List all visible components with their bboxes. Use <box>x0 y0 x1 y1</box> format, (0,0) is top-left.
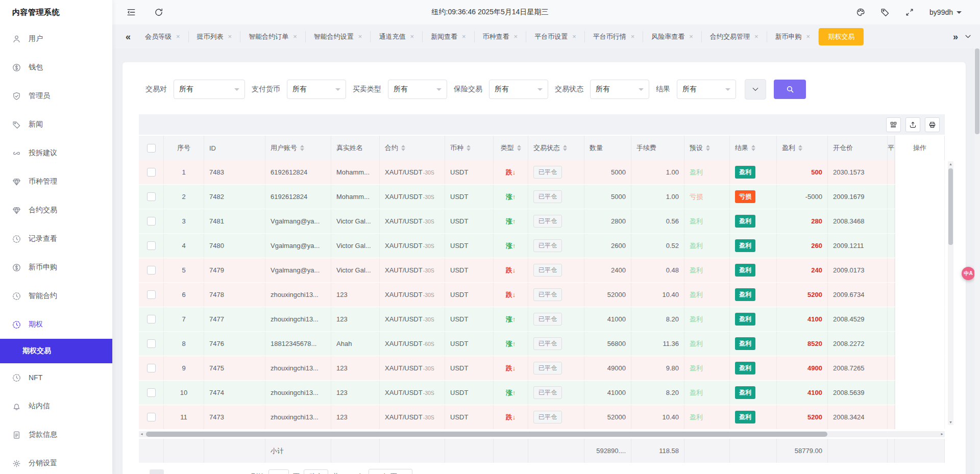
column-header-用户账号[interactable]: 用户账号 <box>265 136 331 160</box>
sort-icon[interactable] <box>563 145 567 151</box>
close-tab-icon[interactable]: × <box>462 33 466 40</box>
tag-icon[interactable] <box>880 8 890 17</box>
row-checkbox[interactable] <box>147 266 156 275</box>
column-settings-button[interactable] <box>886 117 901 132</box>
close-tab-icon[interactable]: × <box>228 33 232 40</box>
page-button-352[interactable]: 352 <box>223 469 238 474</box>
horizontal-scroll-thumb[interactable] <box>146 432 827 437</box>
sidebar-item-新闻[interactable]: 新闻 <box>0 110 112 139</box>
page-button-2[interactable]: 2 <box>168 469 182 474</box>
filter-select-交易对[interactable]: 所有 <box>174 80 245 99</box>
next-page-icon[interactable]: › <box>242 472 247 474</box>
page-scrollbar[interactable] <box>974 48 980 474</box>
scroll-down-arrow-icon[interactable]: ▼ <box>948 419 953 425</box>
row-checkbox[interactable] <box>147 241 156 250</box>
sidebar-item-NFT[interactable]: NFT <box>0 363 112 392</box>
print-button[interactable] <box>925 117 940 132</box>
collapse-filters-button[interactable] <box>745 79 766 99</box>
row-checkbox[interactable] <box>147 339 156 348</box>
close-tab-icon[interactable]: × <box>754 33 758 40</box>
column-header-预设[interactable]: 预设 <box>684 136 730 160</box>
translate-button[interactable]: 中A <box>962 267 975 280</box>
sidebar-item-投拆建议[interactable]: 投拆建议 <box>0 139 112 167</box>
scroll-left-arrow-icon[interactable]: ◂ <box>139 431 144 437</box>
close-tab-icon[interactable]: × <box>631 33 635 40</box>
export-button[interactable] <box>905 117 920 132</box>
tab-平台币行情[interactable]: 平台币行情× <box>585 31 644 42</box>
tabs-scroll-left-icon[interactable]: « <box>126 32 131 41</box>
tab-币种查看[interactable]: 币种查看× <box>475 31 527 42</box>
table-vertical-scrollbar[interactable]: ▲ ▼ <box>948 161 953 425</box>
sidebar-item-管理员[interactable]: 管理员 <box>0 82 112 110</box>
sidebar-item-用户[interactable]: 用户 <box>0 24 112 53</box>
user-menu[interactable]: by99dh <box>929 8 962 16</box>
tab-通道充值[interactable]: 通道充值× <box>371 31 423 42</box>
fullscreen-icon[interactable] <box>905 8 914 17</box>
tab-智能合约设置[interactable]: 智能合约设置× <box>306 31 371 42</box>
row-checkbox[interactable] <box>147 217 156 226</box>
row-checkbox[interactable] <box>147 192 156 201</box>
column-header-交易状态[interactable]: 交易状态 <box>528 136 584 160</box>
sidebar-item-站内信[interactable]: 站内信 <box>0 392 112 420</box>
confirm-button[interactable]: 确定 <box>304 469 328 474</box>
filter-select-支付货币[interactable]: 所有 <box>287 80 346 99</box>
sort-icon[interactable] <box>401 145 405 151</box>
close-tab-icon[interactable]: × <box>572 33 576 40</box>
page-scroll-thumb[interactable] <box>975 48 979 134</box>
sidebar-item-智能合约[interactable]: 智能合约 <box>0 282 112 310</box>
sidebar-collapse-icon[interactable] <box>127 8 136 17</box>
sidebar-item-新币申购[interactable]: 新币申购 <box>0 253 112 282</box>
scroll-up-arrow-icon[interactable]: ▲ <box>948 161 953 167</box>
sort-icon[interactable] <box>798 145 802 151</box>
tab-合约交易管理[interactable]: 合约交易管理× <box>702 31 767 42</box>
tabs-scroll-right-icon[interactable]: » <box>953 32 958 41</box>
close-tab-icon[interactable]: × <box>410 33 414 40</box>
filter-select-交易状态[interactable]: 所有 <box>590 80 649 99</box>
column-header-币种[interactable]: 币种 <box>445 136 494 160</box>
select-all-checkbox[interactable] <box>147 144 156 153</box>
sidebar-item-币种管理[interactable]: 币种管理 <box>0 167 112 196</box>
close-tab-icon[interactable]: × <box>689 33 693 40</box>
row-checkbox[interactable] <box>147 364 156 372</box>
tab-提币列表[interactable]: 提币列表× <box>189 31 241 42</box>
row-checkbox[interactable] <box>147 290 156 299</box>
vertical-scroll-thumb[interactable] <box>948 168 953 245</box>
tab-风险率查看[interactable]: 风险率查看× <box>643 31 702 42</box>
column-header-合约[interactable]: 合约 <box>380 136 445 160</box>
column-header-类型[interactable]: 类型 <box>494 136 528 160</box>
sort-icon[interactable] <box>517 145 521 151</box>
row-checkbox[interactable] <box>147 168 156 177</box>
close-tab-icon[interactable]: × <box>514 33 518 40</box>
tab-会员等级[interactable]: 会员等级× <box>137 31 189 42</box>
tab-新币申购[interactable]: 新币申购× <box>767 31 819 42</box>
search-button[interactable] <box>774 80 806 99</box>
filter-select-保险交易[interactable]: 所有 <box>489 80 548 99</box>
sidebar-item-分销设置[interactable]: 分销设置 <box>0 449 112 474</box>
tab-新闻查看[interactable]: 新闻查看× <box>423 31 475 42</box>
row-checkbox[interactable] <box>147 388 156 397</box>
sidebar-item-合约交易[interactable]: 合约交易 <box>0 196 112 224</box>
tabs-dropdown-icon[interactable] <box>964 33 972 40</box>
refresh-icon[interactable] <box>154 8 163 17</box>
sort-icon[interactable] <box>706 145 710 151</box>
filter-select-买卖类型[interactable]: 所有 <box>388 80 447 99</box>
close-tab-icon[interactable]: × <box>293 33 297 40</box>
column-header-结果[interactable]: 结果 <box>730 136 777 160</box>
close-tab-icon[interactable]: × <box>176 33 180 40</box>
scroll-right-arrow-icon[interactable]: ▸ <box>939 431 945 437</box>
page-button-1[interactable]: 1 <box>150 469 164 474</box>
filter-select-结果[interactable]: 所有 <box>677 80 736 99</box>
tab-期权交易[interactable]: 期权交易 <box>819 28 864 45</box>
sidebar-item-记录查看[interactable]: 记录查看 <box>0 224 112 253</box>
prev-page-icon[interactable]: ‹ <box>141 472 145 474</box>
sidebar-item-期权交易[interactable]: 期权交易 <box>0 339 112 363</box>
column-header-盈利[interactable]: 盈利 <box>777 136 828 160</box>
row-checkbox[interactable] <box>147 413 156 421</box>
sidebar-item-贷款信息[interactable]: 贷款信息 <box>0 420 112 449</box>
sort-icon[interactable] <box>300 145 304 151</box>
theme-palette-icon[interactable] <box>856 8 865 17</box>
page-button-3[interactable]: 3 <box>186 469 201 474</box>
horizontal-scrollbar[interactable]: ◂ ▸ <box>139 431 945 437</box>
close-tab-icon[interactable]: × <box>358 33 362 40</box>
tab-平台币设置[interactable]: 平台币设置× <box>526 31 585 42</box>
